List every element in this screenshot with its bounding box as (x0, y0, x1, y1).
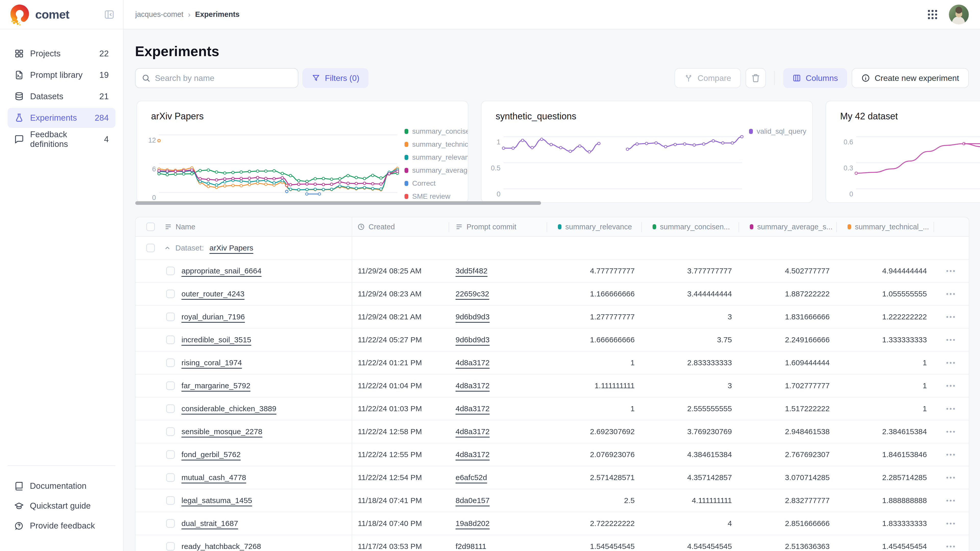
row-checkbox[interactable] (166, 289, 175, 298)
apps-grid-icon[interactable] (926, 8, 939, 21)
metric-value-cell: 1.831666666 (738, 306, 836, 328)
experiment-name-link[interactable]: sensible_mosque_2278 (181, 427, 262, 436)
row-checkbox[interactable] (166, 496, 175, 505)
prompt-commit-link[interactable]: 3dd5f482 (455, 267, 487, 275)
sidebar-item-datasets[interactable]: Datasets 21 (8, 86, 115, 106)
select-all-checkbox[interactable] (146, 222, 155, 231)
experiment-name-link[interactable]: rising_coral_1974 (181, 359, 242, 367)
experiment-name-link[interactable]: incredible_soil_3515 (181, 335, 251, 344)
column-header-summary-conciseness[interactable]: summary_concisen... (641, 218, 738, 236)
legend-item[interactable]: Correct (404, 179, 466, 187)
create-new-experiment-button[interactable]: Create new experiment (852, 68, 969, 88)
column-header-name[interactable]: Name (135, 218, 352, 236)
breadcrumb-project[interactable]: jacques-comet (135, 10, 183, 19)
delete-button[interactable] (746, 68, 766, 88)
experiment-name-link[interactable]: legal_satsuma_1455 (181, 496, 252, 505)
row-menu-button[interactable]: ••• (946, 519, 956, 527)
row-menu-button[interactable]: ••• (946, 313, 956, 321)
legend-item[interactable]: summary_technical_accur... (404, 140, 466, 148)
legend-item[interactable]: summary_relevance (404, 153, 466, 162)
row-menu-button[interactable]: ••• (946, 267, 956, 275)
row-menu-button[interactable]: ••• (946, 543, 956, 551)
sidebar-collapse-icon[interactable] (103, 9, 115, 20)
sidebar-item-experiments[interactable]: Experiments 284 (8, 108, 115, 128)
metric-value-cell: 2.767692307 (738, 443, 836, 466)
prompt-commit-link[interactable]: 8da0e157 (455, 496, 490, 505)
column-header-prompt-commit[interactable]: Prompt commit (449, 218, 547, 236)
sidebar-item-provide-feedback[interactable]: Provide feedback (8, 516, 115, 536)
row-menu-button[interactable]: ••• (946, 336, 956, 344)
user-avatar[interactable] (949, 5, 969, 24)
experiment-name-link[interactable]: mutual_cash_4778 (181, 473, 246, 482)
columns-button[interactable]: Columns (783, 68, 847, 88)
legend-color-chip (404, 181, 408, 186)
experiment-name-link[interactable]: outer_router_4243 (181, 289, 245, 298)
dataset-link[interactable]: arXiv Papers (210, 244, 253, 252)
metric-value-cell: 2.948461538 (738, 421, 836, 443)
clock-icon (357, 223, 365, 230)
prompt-commit-link[interactable]: 4d8a3172 (455, 427, 490, 436)
prompt-commit-link[interactable]: 19a8d202 (455, 519, 490, 528)
search-input[interactable] (155, 73, 292, 83)
prompt-commit-link[interactable]: 4d8a3172 (455, 359, 490, 367)
group-checkbox[interactable] (146, 244, 155, 252)
experiment-name-link[interactable]: far_margarine_5792 (181, 381, 250, 390)
row-checkbox[interactable] (166, 542, 175, 551)
legend-item[interactable]: valid_sql_query (749, 127, 810, 135)
sidebar-item-quickstart-guide[interactable]: Quickstart guide (8, 496, 115, 516)
sidebar-item-feedback-definitions[interactable]: Feedback definitions 4 (8, 129, 115, 149)
row-menu-button[interactable]: ••• (946, 382, 956, 390)
legend-item[interactable]: summary_conciseness (404, 127, 466, 135)
prompt-commit-link[interactable]: f2d98111 (455, 542, 487, 551)
row-menu-button[interactable]: ••• (946, 474, 956, 482)
row-checkbox[interactable] (166, 427, 175, 436)
experiment-name-link[interactable]: considerable_chicken_3889 (181, 404, 277, 413)
sidebar-item-prompt-library[interactable]: Prompt library 19 (8, 65, 115, 85)
cards-horizontal-scrollbar[interactable] (135, 201, 541, 205)
experiment-row: appropriate_snail_666411/29/24 08:25 AM3… (135, 260, 969, 283)
prompt-commit-link[interactable]: 4d8a3172 (455, 404, 490, 413)
metric-value-cell: 1.111111111 (547, 375, 641, 397)
experiment-name-link[interactable]: royal_durian_7196 (181, 313, 245, 321)
prompt-commit-link[interactable]: 4d8a3172 (455, 381, 490, 390)
experiment-name-link[interactable]: dual_strait_1687 (181, 519, 238, 528)
experiment-name-link[interactable]: fond_gerbil_5762 (181, 450, 241, 459)
column-header-created[interactable]: Created (352, 218, 449, 236)
row-menu-button[interactable]: ••• (946, 428, 956, 436)
metric-value-cell: 2.571428571 (547, 466, 641, 489)
row-menu-button[interactable]: ••• (946, 359, 956, 367)
prompt-commit-link[interactable]: 22659c32 (455, 289, 489, 298)
chevron-up-icon[interactable] (164, 245, 171, 251)
prompt-commit-link[interactable]: 9d6bd9d3 (455, 313, 490, 321)
row-checkbox[interactable] (166, 450, 175, 459)
column-header-summary-relevance[interactable]: summary_relevance (547, 218, 641, 236)
row-menu-button[interactable]: ••• (946, 497, 956, 505)
row-checkbox[interactable] (166, 404, 175, 413)
metric-value-cell: 1 (836, 397, 934, 420)
row-checkbox[interactable] (166, 519, 175, 528)
row-checkbox[interactable] (166, 335, 175, 344)
legend-item[interactable]: summary_average_score (404, 166, 466, 175)
column-header-summary-technical-accuracy[interactable]: summary_technical_... (836, 218, 934, 236)
sidebar-item-documentation[interactable]: Documentation (8, 476, 115, 496)
row-checkbox[interactable] (166, 473, 175, 482)
prompt-commit-link[interactable]: 9d6bd9d3 (455, 335, 490, 344)
prompt-commit-link[interactable]: 4d8a3172 (455, 450, 490, 459)
prompt-commit-link[interactable]: e6afc52d (455, 473, 487, 482)
sidebar-item-projects[interactable]: Projects 22 (8, 44, 115, 64)
row-checkbox[interactable] (166, 359, 175, 367)
experiment-name-link[interactable]: ready_hatchback_7268 (181, 542, 261, 551)
filters-button[interactable]: Filters (0) (302, 68, 369, 88)
row-menu-button[interactable]: ••• (946, 405, 956, 413)
row-checkbox[interactable] (166, 381, 175, 390)
row-menu-button[interactable]: ••• (946, 290, 956, 298)
row-checkbox[interactable] (166, 313, 175, 321)
legend-item[interactable]: SME review (404, 192, 466, 200)
column-header-summary-average-score[interactable]: summary_average_s... (738, 218, 836, 236)
row-checkbox[interactable] (166, 267, 175, 275)
row-menu-button[interactable]: ••• (946, 451, 956, 459)
experiment-name-link[interactable]: appropriate_snail_6664 (181, 267, 262, 275)
created-cell: 11/29/24 08:23 AM (352, 283, 449, 305)
compare-button[interactable]: Compare (675, 68, 741, 88)
sidebar-item-count: 21 (99, 92, 109, 101)
